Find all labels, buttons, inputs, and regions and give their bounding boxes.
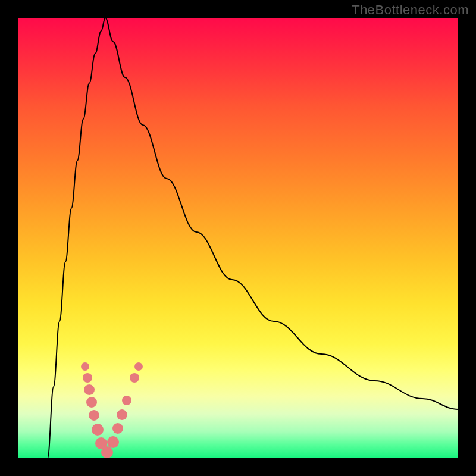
curve-layer <box>18 18 458 458</box>
data-point <box>84 384 95 395</box>
data-point <box>83 373 92 383</box>
watermark: TheBottleneck.com <box>352 2 469 18</box>
data-point <box>89 410 99 421</box>
chart-canvas: TheBottleneck.com <box>0 0 476 476</box>
data-point <box>86 397 97 408</box>
data-point <box>117 409 127 420</box>
data-point <box>134 362 143 371</box>
data-point <box>92 424 104 436</box>
data-point <box>101 446 113 458</box>
curve-right-branch <box>105 18 458 409</box>
data-point <box>122 396 131 405</box>
data-point <box>107 436 119 448</box>
plot-area <box>18 18 458 458</box>
data-points <box>81 362 143 458</box>
data-point <box>112 423 123 434</box>
data-point <box>81 362 89 371</box>
data-point <box>130 373 139 383</box>
curve-left-branch <box>48 18 105 458</box>
